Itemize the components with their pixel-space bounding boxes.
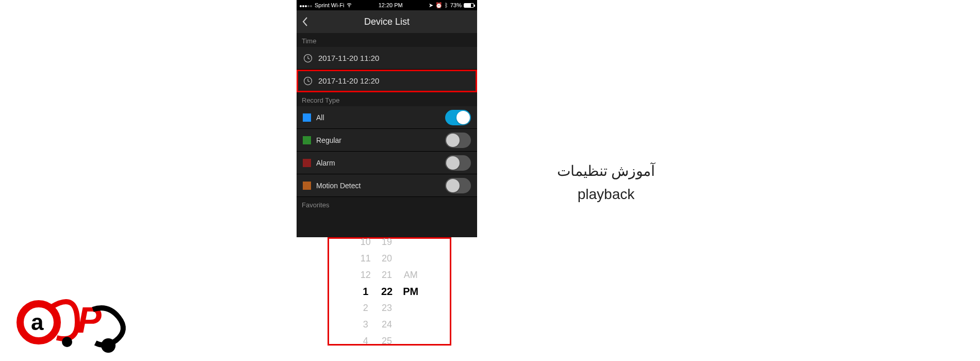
brand-logo: a P	[15, 297, 134, 353]
record-type-motion[interactable]: Motion Detect	[297, 174, 477, 197]
ios-status-bar: Sprint Wi-Fi 12:20 PM ➤ ⏰ ᛒ 73%	[297, 0, 477, 10]
wifi-icon	[346, 2, 352, 9]
svg-point-4	[62, 337, 72, 347]
record-type-label: Regular	[316, 136, 341, 144]
carrier-label: Sprint Wi-Fi	[315, 2, 344, 8]
clock-icon	[303, 76, 313, 86]
svg-point-6	[101, 338, 116, 353]
battery-percent: 73%	[450, 2, 462, 8]
alarm-icon: ⏰	[435, 2, 443, 9]
time-start-row[interactable]: 2017-11-20 11:20	[297, 47, 477, 70]
clock-icon	[303, 53, 313, 63]
caption-text: آموزش تنظیمات playback	[516, 160, 696, 206]
color-swatch-icon	[303, 182, 311, 190]
section-time-label: Time	[297, 33, 477, 47]
color-swatch-icon	[303, 136, 311, 144]
time-start-value: 2017-11-20 11:20	[318, 54, 379, 62]
color-swatch-icon	[303, 159, 311, 167]
statusbar-time: 12:20 PM	[379, 2, 403, 8]
time-picker[interactable]: 10 11 12 1 2 3 4 19 20 21 22 23 24 25 AM…	[328, 237, 451, 346]
section-record-type-label: Record Type	[297, 92, 477, 106]
toggle-regular[interactable]	[445, 133, 471, 148]
time-end-row[interactable]: 2017-11-20 12:20	[297, 70, 477, 92]
back-button[interactable]	[302, 17, 308, 27]
time-picker-area: 10 11 12 1 2 3 4 19 20 21 22 23 24 25 AM…	[297, 237, 477, 361]
time-end-value: 2017-11-20 12:20	[318, 76, 379, 85]
toggle-all[interactable]	[445, 110, 471, 125]
color-swatch-icon	[303, 113, 311, 122]
toggle-alarm[interactable]	[445, 155, 471, 171]
page-title: Device List	[297, 17, 477, 27]
hour-wheel[interactable]: 10 11 12 1 2 3 4	[361, 237, 371, 347]
record-type-alarm[interactable]: Alarm	[297, 152, 477, 174]
section-favorites-label: Favorites	[297, 197, 477, 211]
navigation-bar: Device List	[297, 10, 477, 33]
location-icon: ➤	[429, 2, 433, 9]
record-type-label: All	[316, 113, 324, 122]
ampm-wheel[interactable]: AM PM	[403, 237, 418, 347]
caption-line-2: playback	[516, 183, 696, 206]
minute-wheel[interactable]: 19 20 21 22 23 24 25	[381, 237, 393, 347]
bluetooth-icon: ᛒ	[445, 2, 448, 8]
battery-icon	[464, 3, 474, 8]
record-type-label: Alarm	[316, 159, 335, 167]
record-type-label: Motion Detect	[316, 182, 361, 190]
record-type-all[interactable]: All	[297, 106, 477, 129]
signal-dots-icon	[300, 2, 313, 8]
toggle-motion[interactable]	[445, 178, 471, 193]
svg-text:a: a	[31, 309, 44, 335]
caption-line-1: آموزش تنظیمات	[516, 160, 696, 183]
record-type-regular[interactable]: Regular	[297, 129, 477, 152]
